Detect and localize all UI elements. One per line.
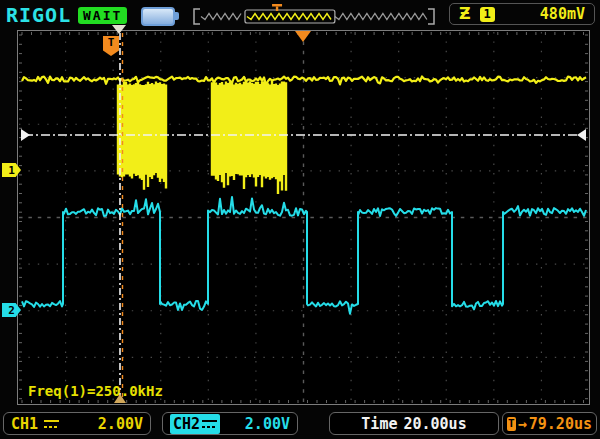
timebase-label: Time	[361, 415, 397, 433]
edge-trigger-icon: Ƶ	[459, 6, 471, 22]
waveform-canvas	[18, 31, 589, 404]
oscilloscope-screen: RIGOL WAIT Ƶ 1 480mV 1 2 T Freq(1)=250.0…	[0, 0, 600, 439]
frequency-measurement: Freq(1)=250.0kHz	[28, 383, 163, 399]
timebase-box: Time 20.00us	[329, 412, 499, 435]
horizontal-center-marker-icon	[295, 31, 311, 42]
timebase-value: 20.00us	[403, 415, 466, 433]
ch1-scale-box: CH1 2.00V	[3, 412, 151, 435]
ch1-label: CH1	[11, 415, 38, 433]
ch2-label: CH2	[173, 415, 200, 433]
trigger-offset-box: T → 79.20us	[502, 412, 597, 435]
trigger-position-arrow-icon	[112, 25, 126, 34]
trigger-info-box: Ƶ 1 480mV	[449, 3, 595, 25]
rigol-logo: RIGOL	[6, 3, 71, 27]
ch2-selected-chip: CH2	[170, 414, 220, 434]
battery-icon	[141, 7, 175, 26]
acquisition-status-badge: WAIT	[78, 7, 127, 24]
ch2-scale-value: 2.00V	[245, 415, 290, 433]
memory-position-bar	[190, 4, 438, 26]
trigger-offset-value: 79.20us	[529, 415, 592, 433]
trigger-source-badge: 1	[480, 7, 495, 22]
ch2-dc-coupling-icon	[202, 419, 217, 429]
ch1-dc-coupling-icon	[44, 419, 59, 429]
graticule-frame	[17, 30, 590, 405]
trigger-offset-arrow-icon: →	[518, 415, 527, 433]
trigger-offset-icon: T	[507, 417, 516, 431]
ch1-scale-value: 2.00V	[98, 415, 143, 433]
ch2-scale-box: CH2 2.00V	[162, 412, 298, 435]
trigger-level-value: 480mV	[540, 5, 585, 23]
